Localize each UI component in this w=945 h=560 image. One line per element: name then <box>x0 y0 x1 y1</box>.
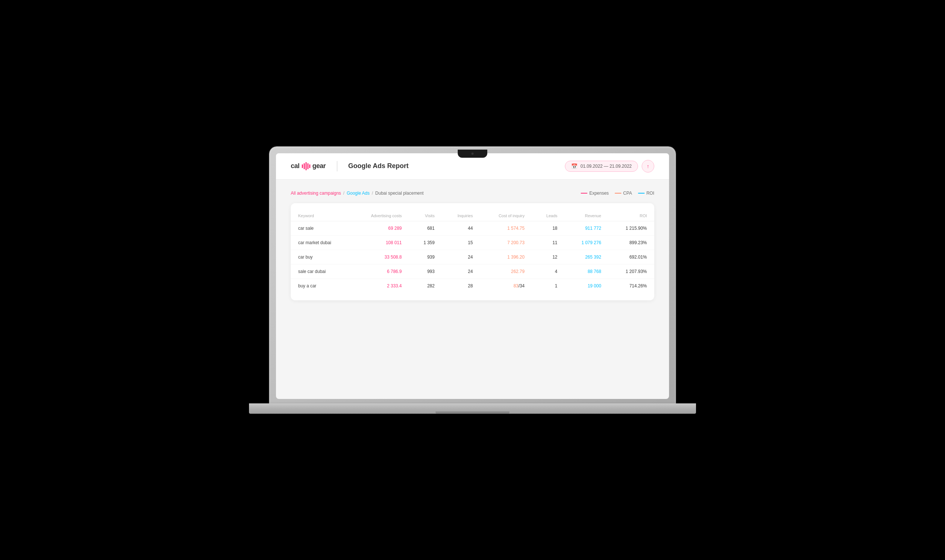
laptop-screen: cal gear Google Ads Report <box>276 153 669 399</box>
table-row: car market dubai108 0111 359157 200.7311… <box>291 235 654 250</box>
camera-notch <box>458 149 487 158</box>
table-row: car buy33 508.8939241 396.2012265 392692… <box>291 250 654 264</box>
table-cell: car market dubai <box>291 235 351 250</box>
col-inquiries: Inquiries <box>442 211 480 221</box>
breadcrumb-sep-1: / <box>343 191 344 196</box>
breadcrumb-left: All advertising campaigns / Google Ads /… <box>291 191 424 196</box>
breadcrumb-bar: All advertising campaigns / Google Ads /… <box>291 191 654 196</box>
upload-icon: ↑ <box>647 163 649 169</box>
table-cell: 993 <box>409 264 442 278</box>
date-range-pill[interactable]: 📅 01.09.2022 — 21.09.2022 <box>565 161 638 172</box>
table-cell: 18 <box>532 221 565 235</box>
header-right: 📅 01.09.2022 — 21.09.2022 ↑ <box>565 160 654 172</box>
legend-roi: ROI <box>638 191 654 196</box>
logo: cal gear <box>291 162 326 170</box>
table-cell: 282 <box>409 278 442 293</box>
table-cell: 24 <box>442 250 480 264</box>
table-cell: 69 289 <box>351 221 409 235</box>
legend-cpa: CPA <box>615 191 632 196</box>
header-left: cal gear Google Ads Report <box>291 161 409 171</box>
laptop-base <box>249 403 696 414</box>
logo-bar-2 <box>304 163 305 169</box>
table-cell: 88 768 <box>565 264 609 278</box>
table-cell: 911 772 <box>565 221 609 235</box>
table-row: car sale69 289681441 574.7518911 7721 21… <box>291 221 654 235</box>
table-cell: buy a car <box>291 278 351 293</box>
table-cell: 4 <box>532 264 565 278</box>
table-cell: sale car dubai <box>291 264 351 278</box>
legend-cpa-label: CPA <box>623 191 632 196</box>
upload-button[interactable]: ↑ <box>642 160 654 172</box>
legend-roi-line <box>638 193 645 194</box>
table-cell: 2 333.4 <box>351 278 409 293</box>
table-cell: car sale <box>291 221 351 235</box>
table-cell: 1 396.20 <box>480 250 532 264</box>
table-cell: 714.26% <box>608 278 654 293</box>
col-roi: ROI <box>608 211 654 221</box>
page-title: Google Ads Report <box>348 162 409 170</box>
table-cell: 108 011 <box>351 235 409 250</box>
legend-expenses-line <box>581 193 587 194</box>
table-cell: 681 <box>409 221 442 235</box>
legend-cpa-line <box>615 193 621 194</box>
breadcrumb-sep-2: / <box>372 191 373 196</box>
table-cell: 7 200.73 <box>480 235 532 250</box>
col-cost-inquiry: Cost of inquiry <box>480 211 532 221</box>
table-cell: 692.01% <box>608 250 654 264</box>
screen-content: cal gear Google Ads Report <box>276 153 669 399</box>
table-cell: 11 <box>532 235 565 250</box>
table-cell: 1 <box>532 278 565 293</box>
logo-bar-4 <box>307 163 308 169</box>
table-cell: 12 <box>532 250 565 264</box>
table-cell: 1 215.90% <box>608 221 654 235</box>
table-row: sale car dubai6 786.999324262.79488 7681… <box>291 264 654 278</box>
table-cell: 24 <box>442 264 480 278</box>
col-leads: Leads <box>532 211 565 221</box>
logo-text-right: gear <box>312 162 326 170</box>
table-container: Keyword Advertising costs Visits Inquiri… <box>291 203 654 300</box>
table-cell: 6 786.9 <box>351 264 409 278</box>
col-revenue: Revenue <box>565 211 609 221</box>
calendar-icon: 📅 <box>571 163 577 169</box>
table-cell: 265 392 <box>565 250 609 264</box>
table-cell: 899.23% <box>608 235 654 250</box>
table-cell: 1 079 276 <box>565 235 609 250</box>
table-cell: 1 359 <box>409 235 442 250</box>
table-cell: 33 508.8 <box>351 250 409 264</box>
report-table: Keyword Advertising costs Visits Inquiri… <box>291 211 654 293</box>
table-row: buy a car2 333.42822883/34119 000714.26% <box>291 278 654 293</box>
table-header-row: Keyword Advertising costs Visits Inquiri… <box>291 211 654 221</box>
legend-expenses-label: Expenses <box>589 191 609 196</box>
col-adcosts: Advertising costs <box>351 211 409 221</box>
table-cell: 1 574.75 <box>480 221 532 235</box>
logo-bars <box>302 162 310 170</box>
laptop-bezel: cal gear Google Ads Report <box>269 147 676 403</box>
table-cell: 1 207.93% <box>608 264 654 278</box>
col-visits: Visits <box>409 211 442 221</box>
legend-expenses: Expenses <box>581 191 609 196</box>
legend: Expenses CPA ROI <box>581 191 654 196</box>
logo-text-left: cal <box>291 162 300 170</box>
table-cell: car buy <box>291 250 351 264</box>
breadcrumb-google-ads[interactable]: Google Ads <box>346 191 369 196</box>
logo-bar-5 <box>309 165 310 168</box>
logo-bar-3 <box>306 162 306 170</box>
table-cell: 28 <box>442 278 480 293</box>
col-keyword: Keyword <box>291 211 351 221</box>
table-cell: 15 <box>442 235 480 250</box>
table-cell: 939 <box>409 250 442 264</box>
table-cell: 262.79 <box>480 264 532 278</box>
date-range-text: 01.09.2022 — 21.09.2022 <box>580 164 632 169</box>
legend-roi-label: ROI <box>646 191 654 196</box>
table-cell: 83/34 <box>480 278 532 293</box>
logo-bar-1 <box>302 165 303 168</box>
logo-divider <box>337 161 337 171</box>
breadcrumb-current: Dubai special placement <box>376 191 424 196</box>
table-cell: 19 000 <box>565 278 609 293</box>
laptop-wrapper: cal gear Google Ads Report <box>269 147 676 414</box>
camera-dot <box>471 152 474 155</box>
main-content: All advertising campaigns / Google Ads /… <box>276 180 669 399</box>
table-cell: 44 <box>442 221 480 235</box>
breadcrumb-all-campaigns[interactable]: All advertising campaigns <box>291 191 341 196</box>
